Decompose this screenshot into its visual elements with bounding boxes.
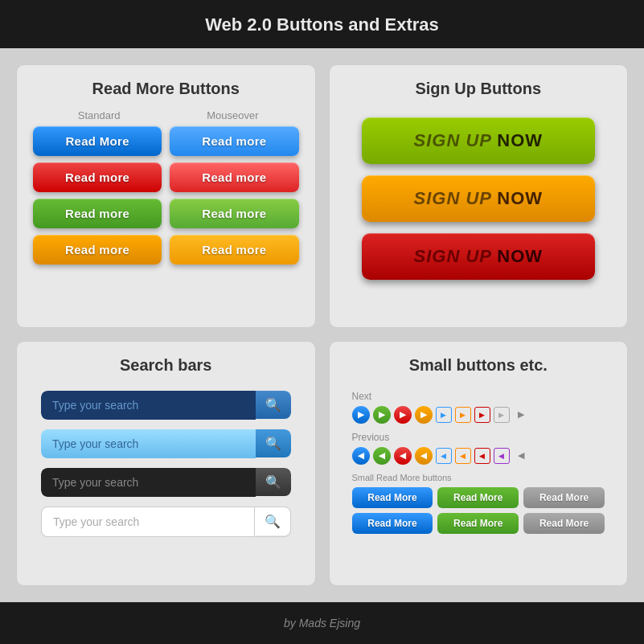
signup-now-3: NOW bbox=[497, 246, 543, 266]
srm-section: Small Read More buttons Read More Read M… bbox=[352, 473, 605, 534]
next-arrow-red[interactable]: ▶ bbox=[474, 407, 490, 423]
srm-btn-2[interactable]: Read More bbox=[437, 487, 519, 508]
prev-arrow-orange[interactable]: ◀ bbox=[455, 448, 471, 464]
rm-row-2: Read more Read more bbox=[33, 162, 299, 192]
next-arrow-blue[interactable]: ▶ bbox=[436, 407, 452, 423]
signup-prefix-1: SIGN UP bbox=[413, 130, 497, 150]
rm-row-1: Read More Read more bbox=[33, 126, 299, 156]
rm-row-3: Read more Read more bbox=[33, 199, 299, 228]
search-icon: 🔍 bbox=[265, 474, 281, 490]
next-dot-orange[interactable]: ▶ bbox=[415, 406, 433, 424]
rm-btn-green-standard[interactable]: Read more bbox=[33, 199, 162, 228]
top-bar: Web 2.0 Buttons and Extras bbox=[0, 0, 644, 48]
search-icon: 🔍 bbox=[265, 436, 281, 451]
srm-btn-4[interactable]: Read More bbox=[352, 513, 433, 534]
search-row-dark: 🔍 bbox=[41, 468, 291, 497]
search-input-darkblue[interactable] bbox=[41, 391, 256, 420]
next-dot-blue[interactable]: ▶ bbox=[352, 406, 370, 424]
search-button-dark[interactable]: 🔍 bbox=[256, 468, 291, 496]
rm-btn-blue-standard[interactable]: Read More bbox=[33, 126, 162, 156]
rm-btn-blue-hover[interactable]: Read more bbox=[170, 126, 298, 156]
next-label: Next bbox=[352, 391, 605, 402]
search-input-lightblue[interactable] bbox=[41, 429, 256, 458]
signup-prefix-3: SIGN UP bbox=[413, 246, 497, 266]
read-more-panel: Read More Buttons Standard Mouseover Rea… bbox=[16, 64, 316, 328]
srm-grid: Read More Read More Read More Read More … bbox=[352, 487, 605, 534]
prev-dot-blue[interactable]: ◀ bbox=[352, 447, 370, 465]
rm-header-row: Standard Mouseover bbox=[33, 109, 299, 121]
main-content: Read More Buttons Standard Mouseover Rea… bbox=[0, 48, 644, 602]
prev-dot-orange[interactable]: ◀ bbox=[415, 447, 433, 465]
search-row-light: 🔍 bbox=[41, 507, 291, 537]
search-icon: 🔍 bbox=[265, 397, 281, 412]
search-button-light[interactable]: 🔍 bbox=[254, 507, 290, 535]
srm-btn-1[interactable]: Read More bbox=[352, 487, 433, 508]
search-icon: 🔍 bbox=[265, 514, 281, 529]
rm-btn-orange-standard[interactable]: Read more bbox=[33, 235, 162, 265]
rm-btn-red-standard[interactable]: Read more bbox=[33, 162, 162, 192]
prev-arrow-purple[interactable]: ◀ bbox=[494, 448, 510, 464]
signup-btn-green[interactable]: SIGN UP NOW bbox=[362, 117, 596, 164]
prev-dot-green[interactable]: ◀ bbox=[373, 447, 391, 465]
search-bars: 🔍 🔍 🔍 🔍 bbox=[33, 386, 299, 542]
next-dot-green[interactable]: ▶ bbox=[373, 406, 391, 424]
small-buttons-panel: Small buttons etc. Next ▶ ▶ ▶ ▶ ▶ ▶ ▶ ▶ … bbox=[329, 341, 629, 587]
signup-buttons: SIGN UP NOW SIGN UP NOW SIGN UP NOW bbox=[346, 109, 612, 288]
signup-prefix-2: SIGN UP bbox=[413, 188, 497, 208]
srm-btn-5[interactable]: Read More bbox=[437, 513, 519, 534]
search-row-darkblue: 🔍 bbox=[41, 391, 291, 420]
footer-credit: by Mads Ejsing bbox=[0, 617, 644, 630]
rm-btn-orange-hover[interactable]: Read more bbox=[170, 235, 298, 265]
signup-title: Sign Up Buttons bbox=[346, 80, 612, 98]
small-buttons-title: Small buttons etc. bbox=[346, 356, 612, 375]
rm-btn-red-hover[interactable]: Read more bbox=[170, 162, 298, 192]
bottom-bar: by Mads Ejsing bbox=[0, 602, 644, 644]
search-panel: Search bars 🔍 🔍 🔍 bbox=[16, 341, 316, 587]
next-arrow-plain[interactable]: ▶ bbox=[513, 407, 529, 423]
search-title: Search bars bbox=[33, 356, 299, 375]
srm-btn-3[interactable]: Read More bbox=[523, 487, 605, 508]
next-arrow-gray[interactable]: ▶ bbox=[494, 407, 510, 423]
small-buttons-content: Next ▶ ▶ ▶ ▶ ▶ ▶ ▶ ▶ ▶ Previous bbox=[346, 386, 612, 547]
prev-arrow-red[interactable]: ◀ bbox=[474, 448, 490, 464]
rm-col-standard: Standard bbox=[36, 109, 162, 121]
next-dot-red[interactable]: ▶ bbox=[394, 406, 412, 424]
search-input-dark[interactable] bbox=[41, 468, 256, 497]
prev-arrow-plain[interactable]: ◀ bbox=[513, 448, 529, 464]
srm-btn-6[interactable]: Read More bbox=[523, 513, 605, 534]
srm-label: Small Read More buttons bbox=[352, 473, 605, 482]
prev-dot-red[interactable]: ◀ bbox=[394, 447, 412, 465]
page-title: Web 2.0 Buttons and Extras bbox=[0, 14, 644, 35]
search-button-darkblue[interactable]: 🔍 bbox=[256, 391, 291, 419]
rm-row-4: Read more Read more bbox=[33, 235, 299, 265]
search-input-light[interactable] bbox=[42, 507, 254, 536]
next-dots-row: ▶ ▶ ▶ ▶ ▶ ▶ ▶ ▶ ▶ bbox=[352, 406, 605, 424]
previous-label: Previous bbox=[352, 432, 605, 443]
next-section: Next ▶ ▶ ▶ ▶ ▶ ▶ ▶ ▶ ▶ bbox=[352, 391, 605, 424]
rm-btn-green-hover[interactable]: Read more bbox=[170, 199, 298, 228]
signup-panel: Sign Up Buttons SIGN UP NOW SIGN UP NOW … bbox=[329, 64, 629, 328]
signup-now-2: NOW bbox=[497, 188, 543, 208]
signup-btn-red[interactable]: SIGN UP NOW bbox=[362, 233, 596, 280]
signup-btn-orange[interactable]: SIGN UP NOW bbox=[362, 175, 596, 222]
rm-col-mouseover: Mouseover bbox=[170, 109, 295, 121]
search-row-lightblue: 🔍 bbox=[41, 429, 291, 458]
search-button-lightblue[interactable]: 🔍 bbox=[256, 429, 291, 457]
prev-arrow-blue[interactable]: ◀ bbox=[436, 448, 452, 464]
signup-now-1: NOW bbox=[497, 130, 543, 150]
previous-dots-row: ◀ ◀ ◀ ◀ ◀ ◀ ◀ ◀ ◀ bbox=[352, 447, 605, 465]
read-more-title: Read More Buttons bbox=[33, 80, 299, 98]
read-more-grid: Standard Mouseover Read More Read more R… bbox=[33, 109, 299, 271]
previous-section: Previous ◀ ◀ ◀ ◀ ◀ ◀ ◀ ◀ ◀ bbox=[352, 432, 605, 465]
next-arrow-orange[interactable]: ▶ bbox=[455, 407, 471, 423]
